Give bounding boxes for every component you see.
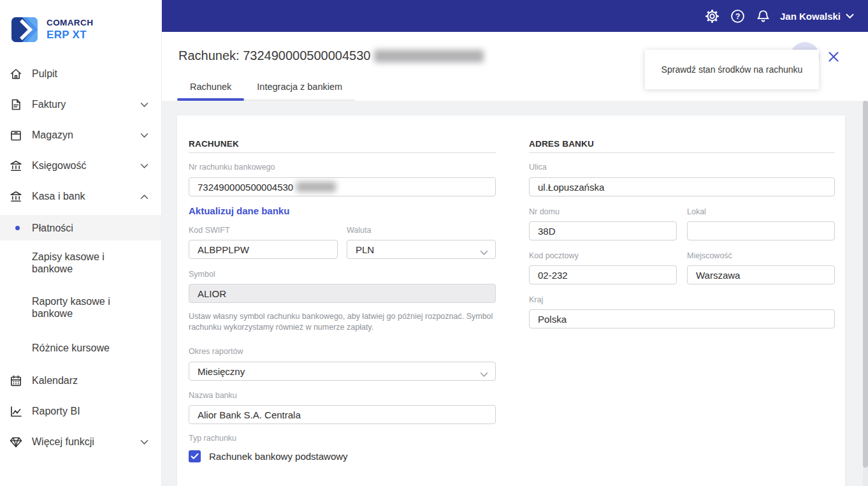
checkbox-label: Rachunek bankowy podstawowy — [209, 451, 348, 462]
section-divider — [189, 152, 496, 153]
chevron-down-icon — [140, 163, 148, 169]
close-icon[interactable] — [828, 51, 839, 63]
chevron-down-icon — [140, 102, 148, 108]
section-adres-banku: ADRES BANKU Ulica Nr domu Lokal — [529, 115, 835, 328]
sidebar-item-kalendarz[interactable]: Kalendarz — [0, 365, 161, 396]
sidebar-item-label: Raporty kasowe i bankowe — [32, 295, 127, 320]
sidebar-item-label: Kasa i bank — [32, 191, 140, 202]
chevron-down-icon — [140, 133, 148, 138]
sidebar-item-label: Faktury — [32, 99, 140, 110]
chart-icon — [9, 404, 23, 418]
help-icon[interactable]: ? — [730, 9, 745, 24]
field-label: Ulica — [529, 163, 835, 172]
section-title: RACHUNEK — [189, 139, 496, 149]
field-label: Nr rachunku bankowego — [189, 163, 496, 172]
bank-name-input[interactable] — [189, 405, 496, 424]
symbol-help-text: Ustaw własny symbol rachunku bankowego, … — [189, 311, 496, 333]
warehouse-box-icon — [9, 128, 23, 142]
sidebar-item-roznice-kursowe[interactable]: Różnice kursowe — [0, 330, 161, 365]
section-title: ADRES BANKU — [529, 139, 835, 149]
home-icon — [9, 67, 23, 81]
topbar: ? Jan Kowalski — [162, 0, 868, 32]
field-label: Kod SWIFT — [189, 226, 338, 235]
sidebar-item-faktury[interactable]: Faktury — [0, 89, 161, 120]
sidebar-item-raporty-kasowe[interactable]: Raporty kasowe i bankowe — [0, 285, 161, 330]
swift-code-input[interactable] — [189, 240, 338, 259]
sidebar-item-pulpit[interactable]: Pulpit — [0, 59, 161, 89]
masked-account-suffix — [296, 182, 336, 192]
comarch-logo[interactable]: COMARCH ERP XT — [0, 0, 161, 59]
comarch-logo-icon — [11, 17, 38, 42]
sidebar-item-label: Płatności — [32, 222, 148, 234]
vertical-scrollbar[interactable] — [863, 101, 868, 486]
postal-code-input[interactable] — [529, 265, 677, 284]
field-label: Nr domu — [529, 207, 677, 216]
diamond-icon — [9, 435, 23, 449]
svg-text:?: ? — [735, 11, 741, 20]
invoice-icon — [9, 98, 23, 112]
sidebar-item-label: Różnice kursowe — [32, 342, 148, 354]
tab-bar: Rachunek Integracja z bankiem — [177, 74, 355, 101]
sidebar-item-magazyn[interactable]: Magazyn — [0, 120, 161, 151]
field-label: Waluta — [347, 226, 496, 235]
bank-icon — [9, 159, 23, 173]
field-label: Miejscowość — [687, 251, 835, 260]
sidebar-item-wiecej-funkcji[interactable]: Więcej funkcji — [0, 427, 161, 457]
content-area: RACHUNEK Nr rachunku bankowego Aktualizu… — [162, 101, 868, 486]
field-label: Kraj — [529, 295, 835, 304]
street-input[interactable] — [529, 177, 835, 196]
user-menu[interactable]: Jan Kowalski — [780, 11, 854, 22]
house-number-input[interactable] — [529, 221, 677, 240]
sidebar-item-label: Magazyn — [32, 129, 140, 141]
settings-gear-icon[interactable] — [705, 9, 720, 24]
sidebar-item-label: Zapisy kasowe i bankowe — [32, 251, 127, 275]
symbol-input — [189, 284, 496, 303]
sidebar-item-zapisy-kasowe[interactable]: Zapisy kasowe i bankowe — [0, 240, 161, 285]
sidebar-item-label: Więcej funkcji — [32, 436, 140, 448]
section-divider — [529, 152, 835, 153]
field-label: Nazwa banku — [189, 391, 496, 400]
update-bank-data-link[interactable]: Aktualizuj dane banku — [189, 205, 289, 216]
chevron-down-icon — [140, 439, 148, 445]
sidebar-item-label: Raporty BI — [32, 406, 148, 417]
chevron-down-icon — [846, 13, 854, 19]
chevron-up-icon — [140, 194, 148, 200]
app-window: ? Jan Kowalski — [0, 0, 868, 486]
masked-account-suffix — [374, 50, 484, 63]
brand-erpxt: ERP XT — [47, 29, 93, 40]
form-card: RACHUNEK Nr rachunku bankowego Aktualizu… — [177, 115, 845, 486]
field-label: Typ rachunku — [189, 434, 496, 443]
tab-rachunek[interactable]: Rachunek — [177, 74, 244, 99]
user-name: Jan Kowalski — [780, 11, 841, 22]
sidebar: COMARCH ERP XT Pulpit Faktury — [0, 0, 162, 486]
currency-select[interactable] — [347, 240, 496, 259]
bank-icon — [9, 189, 23, 203]
field-label: Okres raportów — [189, 347, 496, 356]
tooltip-text: Sprawdź stan środków na rachunku — [662, 64, 803, 75]
sidebar-item-label: Księgowość — [32, 160, 140, 172]
calendar-icon — [9, 374, 23, 388]
sidebar-item-ksiegowosc[interactable]: Księgowość — [0, 151, 161, 181]
account-number-input[interactable] — [189, 177, 496, 196]
field-label: Kod pocztowy — [529, 251, 677, 260]
sidebar-item-label: Kalendarz — [32, 375, 148, 387]
tooltip: Sprawdź stan środków na rachunku — [645, 50, 819, 89]
sidebar-item-kasa-i-bank[interactable]: Kasa i bank — [0, 181, 161, 212]
country-input[interactable] — [529, 309, 835, 328]
sidebar-item-label: Pulpit — [32, 68, 148, 80]
scrollbar-thumb[interactable] — [863, 101, 868, 468]
active-bullet — [15, 226, 20, 230]
field-label: Symbol — [189, 270, 496, 279]
apartment-input[interactable] — [687, 221, 835, 240]
report-period-select[interactable] — [189, 362, 496, 381]
page-title: Rachunek: 732490000500004530 — [178, 48, 484, 63]
sidebar-item-raporty-bi[interactable]: Raporty BI — [0, 396, 161, 427]
checkbox-checked-icon[interactable] — [189, 450, 201, 462]
sidebar-item-platnosci[interactable]: Płatności — [0, 215, 161, 240]
city-input[interactable] — [687, 265, 835, 284]
primary-account-checkbox-row[interactable]: Rachunek bankowy podstawowy — [189, 450, 496, 462]
field-label: Lokal — [687, 207, 835, 216]
brand-comarch: COMARCH — [47, 18, 93, 27]
notifications-bell-icon[interactable] — [756, 9, 770, 24]
tab-integracja-z-bankiem[interactable]: Integracja z bankiem — [244, 74, 355, 99]
